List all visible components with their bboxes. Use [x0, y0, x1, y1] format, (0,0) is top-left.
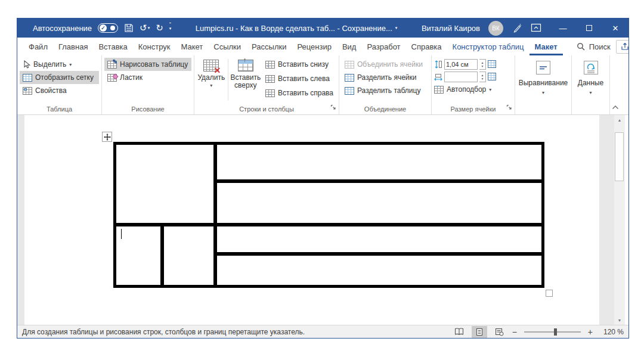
select-button[interactable]: Выделить ▾ [20, 58, 99, 71]
tab-references[interactable]: Ссылки [208, 38, 246, 55]
read-mode-button[interactable] [451, 326, 467, 338]
tab-home[interactable]: Главная [53, 38, 93, 55]
print-layout-button[interactable] [472, 326, 487, 338]
table-cell-bottom-left-1[interactable] [116, 226, 160, 285]
split-cells-button[interactable]: Разделить ячейки [342, 71, 429, 84]
delete-label: Удалить [197, 74, 225, 82]
user-name[interactable]: Виталий Каиров [422, 24, 480, 33]
split-cells-icon [345, 74, 354, 82]
search-label: Поиск [589, 42, 611, 51]
properties-button[interactable]: Свойства [20, 84, 99, 97]
eraser-button[interactable]: Ластик [104, 71, 191, 84]
alignment-button[interactable]: Выравнивание ▾ [518, 58, 569, 97]
document-title-text: Lumpics.ru - Как в Ворде сделать таб... … [196, 24, 392, 33]
select-caret-icon: ▾ [69, 62, 72, 67]
table-cell-top-right-row1[interactable] [217, 145, 541, 179]
table-cell-bottom-right-row2[interactable] [217, 256, 541, 285]
pen-icon[interactable] [512, 23, 522, 33]
draw-table-pencil-icon: ✎ [113, 59, 117, 65]
table-cell-top-left[interactable] [116, 145, 213, 223]
save-button[interactable] [124, 23, 134, 33]
zoom-slider-thumb[interactable] [554, 328, 557, 336]
document-area[interactable]: ▲ ▼ [17, 115, 628, 325]
group-label-draw: Рисование [102, 105, 194, 113]
insert-left-icon: ← [265, 75, 275, 83]
web-layout-button[interactable] [492, 326, 507, 338]
group-label-table: Таблица [17, 105, 101, 113]
table-cell-bottom-right-row1[interactable] [217, 226, 541, 252]
row-height-spinner[interactable]: ▲▼ [479, 59, 486, 70]
insert-below-arrow-icon: ↓ [267, 62, 270, 68]
distribute-columns-icon[interactable] [488, 73, 496, 80]
column-width-spinner[interactable]: ▲▼ [479, 72, 486, 82]
delete-x-icon: ✕ [214, 67, 221, 73]
merge-cells-button: Объединить ячейки [342, 58, 429, 71]
insert-left-button[interactable]: ← Вставить слева [262, 72, 336, 85]
split-table-button[interactable]: Разделить таблицу [342, 84, 429, 97]
view-gridlines-button[interactable]: Отобразить сетку [20, 71, 99, 84]
share-button[interactable] [616, 40, 629, 54]
column-width-input[interactable] [444, 72, 478, 82]
tab-table-layout[interactable]: Макет [530, 38, 563, 55]
tab-help[interactable]: Справка [406, 38, 447, 55]
vertical-scrollbar[interactable]: ▲ ▼ [614, 115, 625, 325]
group-draw: ✎ Нарисовать таблицу Ластик Рисование [102, 55, 194, 114]
close-button[interactable]: ✕ [602, 18, 628, 38]
table-cell-top-right-row2[interactable] [217, 183, 541, 223]
scroll-down-button[interactable]: ▼ [615, 315, 624, 325]
tab-file[interactable]: Файл [23, 38, 53, 55]
tab-design[interactable]: Конструк [133, 38, 176, 55]
tab-table-design[interactable]: Конструктор таблиц [447, 38, 530, 55]
rows-columns-dialog-launcher[interactable] [330, 102, 336, 113]
minimize-button[interactable]: — [550, 18, 576, 38]
insert-right-button[interactable]: → Вставить справа [262, 86, 336, 100]
ribbon-tab-row: Файл Главная Вставка Конструк Макет Ссыл… [17, 38, 628, 55]
tab-view[interactable]: Вид [337, 38, 362, 55]
eraser-label: Ластик [120, 73, 143, 82]
row-height-input[interactable]: 1,04 см [444, 59, 478, 70]
zoom-level[interactable]: 120 % [597, 328, 624, 336]
merge-cells-icon [345, 61, 354, 69]
tab-layout[interactable]: Макет [176, 38, 209, 55]
scrollbar-thumb[interactable] [615, 132, 624, 181]
drawn-table[interactable] [113, 142, 544, 288]
tab-review[interactable]: Рецензир [292, 38, 337, 55]
delete-button[interactable]: ✕ Удалить ▾ [197, 58, 226, 102]
autosave-toggle[interactable]: ✓ [98, 23, 118, 33]
autosave-toggle-dot [110, 26, 115, 30]
window-title: Lumpics.ru - Как в Ворде сделать таб... … [171, 24, 422, 33]
draw-table-button[interactable]: ✎ Нарисовать таблицу [104, 58, 191, 71]
zoom-slider[interactable] [524, 331, 581, 333]
autofit-button[interactable]: ↔ Автоподбор ▾ [434, 83, 512, 96]
data-button[interactable]: Данные ▾ [574, 58, 607, 97]
title-dropdown-icon[interactable]: ▾ [395, 26, 398, 30]
autofit-icon: ↔ [434, 86, 444, 94]
table-cell-bottom-left-2[interactable] [164, 226, 213, 285]
autofit-caret-icon: ▾ [489, 87, 491, 92]
scroll-up-button[interactable]: ▲ [615, 115, 624, 125]
redo-button[interactable]: ↻ [156, 23, 163, 33]
undo-button[interactable]: ↺▾ [140, 23, 150, 33]
maximize-button[interactable] [576, 18, 602, 38]
avatar[interactable]: ВК [488, 21, 503, 36]
select-cursor-icon [23, 60, 30, 69]
tab-insert[interactable]: Вставка [93, 38, 132, 55]
search-box[interactable]: Поиск [571, 38, 616, 55]
zoom-in-button[interactable]: + [588, 327, 593, 337]
ribbon: Выделить ▾ Отобразить сетку Свойства Таб… [17, 55, 628, 115]
collapse-ribbon-button[interactable] [612, 105, 619, 110]
insert-above-button[interactable]: ↑ Вставить сверху [230, 58, 261, 102]
title-bar: Автосохранение ✓ ↺▾ ↻ ▾ Lumpics.ru - Как… [17, 18, 628, 38]
select-label: Выделить [33, 60, 66, 69]
merge-cells-label: Объединить ячейки [357, 60, 423, 69]
cell-size-dialog-launcher[interactable] [506, 102, 512, 113]
table-resize-handle[interactable] [546, 290, 553, 297]
table-move-handle[interactable] [102, 132, 112, 142]
ribbon-display-options-icon[interactable] [531, 23, 541, 33]
distribute-rows-icon[interactable] [488, 60, 496, 68]
zoom-out-button[interactable]: − [512, 327, 517, 337]
tab-mailings[interactable]: Рассылки [246, 38, 292, 55]
insert-below-button[interactable]: ↓ Вставить снизу [262, 58, 336, 71]
insert-left-arrow-icon: ← [267, 76, 272, 82]
tab-developer[interactable]: Разработ [361, 38, 405, 55]
